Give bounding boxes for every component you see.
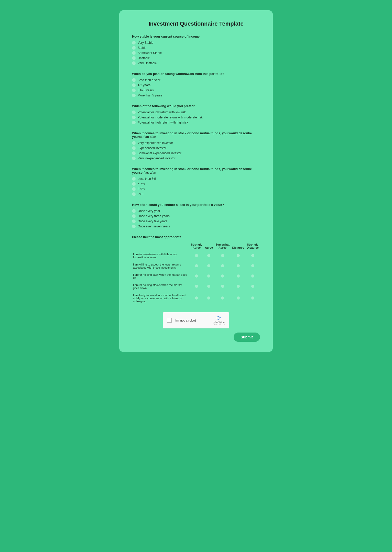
q5-option-4[interactable]: 9%+ — [132, 192, 260, 196]
q4-option-4-label: Very inexperienced investor — [138, 157, 175, 160]
recaptcha-icon: ⟳ — [216, 315, 221, 321]
q5-option-4-label: 9%+ — [138, 192, 144, 196]
matrix-row-4-agree[interactable] — [204, 281, 214, 292]
q1-option-2[interactable]: Stable — [132, 46, 260, 50]
matrix-section: Please tick the most appropriate Strongl… — [132, 235, 260, 305]
matrix-row-5-strongly-disagree[interactable] — [245, 292, 260, 305]
q6-option-4[interactable]: Once even seven years — [132, 225, 260, 228]
q3-option-3-label: Potential for high return with high risk — [138, 121, 188, 124]
q2-option-1-label: Less than a year — [138, 78, 160, 82]
matrix-row-1: I prefer investments with little or no f… — [132, 251, 260, 261]
q2-option-2-label: 1-2 years — [138, 83, 150, 87]
q1-option-5-label: Very Unstable — [138, 61, 157, 65]
matrix-row-1-strongly-agree[interactable] — [190, 251, 204, 261]
matrix-row-5: I am likely to invest in a mutual fund b… — [132, 292, 260, 305]
q2-option-1[interactable]: Less than a year — [132, 78, 260, 82]
matrix-row-5-disagree[interactable] — [231, 292, 245, 305]
captcha-logo: ⟳ reCAPTCHA Privacy - Terms — [213, 315, 225, 325]
q6-option-2-label: Once every three years — [138, 214, 170, 218]
q1-option-2-label: Stable — [138, 46, 146, 50]
matrix-row-3-disagree[interactable] — [231, 271, 245, 281]
matrix-col-disagree: Disagree — [231, 241, 245, 251]
q6-option-3[interactable]: Once every five years — [132, 219, 260, 223]
matrix-row-2-strongly-disagree[interactable] — [245, 261, 260, 271]
matrix-row-1-somewhat-agree[interactable] — [214, 251, 231, 261]
matrix-row-4-strongly-disagree[interactable] — [245, 281, 260, 292]
question-5: When it comes to investing in stock or b… — [132, 167, 260, 196]
captcha-box[interactable]: I'm not a robot ⟳ reCAPTCHA Privacy - Te… — [163, 312, 229, 328]
matrix-row-4-disagree[interactable] — [231, 281, 245, 292]
q6-option-1-label: Once every year — [138, 209, 160, 213]
matrix-row-5-somewhat-agree[interactable] — [214, 292, 231, 305]
matrix-row-4: I prefer holding stocks when the market … — [132, 281, 260, 292]
matrix-table: StronglyAgree Agree SomewhatAgree Disagr… — [132, 241, 260, 305]
q5-option-3-label: 8-9% — [138, 187, 145, 191]
captcha-checkbox[interactable] — [167, 318, 172, 323]
q6-option-2[interactable]: Once every three years — [132, 214, 260, 218]
q5-option-1[interactable]: Less than 5% — [132, 177, 260, 181]
q1-option-3[interactable]: Somewhat Stable — [132, 51, 260, 55]
q2-option-2[interactable]: 1-2 years — [132, 83, 260, 87]
q4-option-1[interactable]: Very experienced investor — [132, 141, 260, 145]
q2-option-3[interactable]: 3 to 5 years — [132, 89, 260, 92]
q2-option-4[interactable]: More than 5 years — [132, 94, 260, 97]
matrix-label: Please tick the most appropriate — [132, 235, 260, 239]
q3-option-1-label: Potential for low return with low risk — [138, 111, 186, 114]
q4-option-1-label: Very experienced investor — [138, 141, 173, 145]
q4-option-4[interactable]: Very inexperienced investor — [132, 157, 260, 160]
question-2: When do you plan on taking withdrawals f… — [132, 72, 260, 97]
matrix-row-3-strongly-disagree[interactable] — [245, 271, 260, 281]
matrix-col-somewhat-agree: SomewhatAgree — [214, 241, 231, 251]
matrix-row-2-agree[interactable] — [204, 261, 214, 271]
q6-option-3-label: Once every five years — [138, 219, 167, 223]
matrix-row-5-agree[interactable] — [204, 292, 214, 305]
matrix-row-1-disagree[interactable] — [231, 251, 245, 261]
matrix-row-3: I prefer holding cash when the market go… — [132, 271, 260, 281]
q3-option-1[interactable]: Potential for low return with low risk — [132, 111, 260, 114]
question-1: How stable is your current source of inc… — [132, 35, 260, 65]
matrix-row-2-strongly-agree[interactable] — [190, 261, 204, 271]
matrix-row-4-strongly-agree[interactable] — [190, 281, 204, 292]
matrix-row-1-strongly-disagree[interactable] — [245, 251, 260, 261]
question-4: When it comes to investing in stock or b… — [132, 131, 260, 160]
matrix-row-1-agree[interactable] — [204, 251, 214, 261]
q5-option-2[interactable]: 6-7% — [132, 182, 260, 186]
matrix-header-row: StronglyAgree Agree SomewhatAgree Disagr… — [132, 241, 260, 251]
q2-option-3-label: 3 to 5 years — [138, 89, 154, 92]
matrix-row-1-label: I prefer investments with little or no f… — [132, 251, 190, 261]
q6-option-1[interactable]: Once every year — [132, 209, 260, 213]
recaptcha-brand: reCAPTCHA — [213, 321, 224, 323]
matrix-row-2-disagree[interactable] — [231, 261, 245, 271]
q2-option-4-label: More than 5 years — [138, 94, 162, 97]
submit-row: Submit — [132, 333, 260, 342]
matrix-row-5-strongly-agree[interactable] — [190, 292, 204, 305]
matrix-row-3-label: I prefer holding cash when the market go… — [132, 271, 190, 281]
q4-option-3-label: Somewhat experienced investor — [138, 151, 181, 155]
matrix-col-empty — [132, 241, 190, 251]
q4-option-2[interactable]: Experienced investor — [132, 146, 260, 150]
question-3-label: Which of the following would you prefer? — [132, 104, 260, 108]
matrix-row-2-somewhat-agree[interactable] — [214, 261, 231, 271]
question-3: Which of the following would you prefer?… — [132, 104, 260, 124]
q1-option-4[interactable]: Unstable — [132, 56, 260, 60]
matrix-row-2-label: I am willing to accept the lower returns… — [132, 261, 190, 271]
question-6-label: How often could you endure a loss in you… — [132, 203, 260, 207]
submit-button[interactable]: Submit — [234, 333, 260, 342]
matrix-row-3-strongly-agree[interactable] — [190, 271, 204, 281]
q6-option-4-label: Once even seven years — [138, 225, 170, 228]
matrix-row-3-agree[interactable] — [204, 271, 214, 281]
q1-option-1-label: Very Stable — [138, 41, 153, 45]
matrix-row-4-somewhat-agree[interactable] — [214, 281, 231, 292]
captcha-text: I'm not a robot — [175, 318, 213, 322]
captcha-section: I'm not a robot ⟳ reCAPTCHA Privacy - Te… — [132, 312, 260, 328]
matrix-row-3-somewhat-agree[interactable] — [214, 271, 231, 281]
q3-option-2-label: Potential for moderate return with moder… — [138, 116, 202, 119]
q5-option-1-label: Less than 5% — [138, 177, 156, 181]
q4-option-3[interactable]: Somewhat experienced investor — [132, 151, 260, 155]
q3-option-3[interactable]: Potential for high return with high risk — [132, 121, 260, 124]
q5-option-3[interactable]: 8-9% — [132, 187, 260, 191]
q3-option-2[interactable]: Potential for moderate return with moder… — [132, 116, 260, 119]
q1-option-1[interactable]: Very Stable — [132, 41, 260, 45]
q1-option-5[interactable]: Very Unstable — [132, 61, 260, 65]
matrix-col-strongly-disagree: StronglyDisagree — [245, 241, 260, 251]
